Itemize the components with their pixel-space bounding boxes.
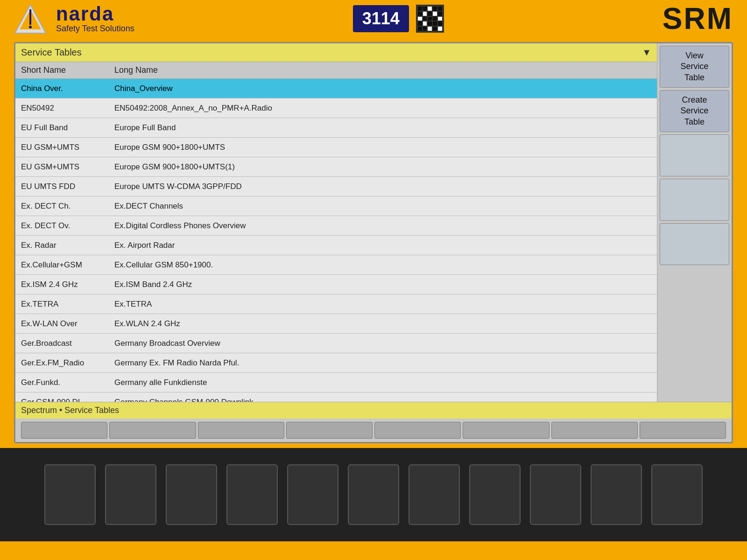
logo-area: narda Safety Test Solutions bbox=[14, 4, 134, 34]
cell-short-name: Ger.Ex.FM_Radio bbox=[21, 358, 114, 368]
cell-long-name: Germany alle Funkdienste bbox=[114, 378, 651, 387]
device-id-area: 3114 bbox=[353, 5, 444, 33]
footer-key-11[interactable] bbox=[651, 464, 703, 525]
cell-long-name: Europe UMTS W-CDMA 3GPP/FDD bbox=[114, 182, 651, 191]
cell-long-name: Germany Channels GSM-900 Downlink bbox=[114, 398, 651, 402]
cell-short-name: Ger.GSM-900 DL bbox=[21, 398, 114, 402]
table-header-bar: Service Tables ▼ bbox=[15, 43, 657, 62]
cell-long-name: Germany Ex. FM Radio Narda Pful. bbox=[114, 358, 651, 368]
logo-triangle-icon bbox=[14, 4, 47, 34]
empty-button-2 bbox=[660, 179, 729, 221]
button-panel: View Service Table Create Service Table bbox=[657, 43, 732, 402]
col-short-name: Short Name bbox=[21, 65, 114, 75]
footer-key-6[interactable] bbox=[348, 464, 399, 525]
cell-short-name: Ex.TETRA bbox=[21, 300, 114, 309]
table-row[interactable]: Ex. RadarEx. Airport Radar bbox=[15, 236, 657, 255]
cell-short-name: Ex. DECT Ch. bbox=[21, 202, 114, 211]
footer-key-2[interactable] bbox=[105, 464, 156, 525]
footer-key-5[interactable] bbox=[287, 464, 338, 525]
status-bar: Spectrum • Service Tables bbox=[15, 402, 732, 419]
cell-long-name: Ex. Airport Radar bbox=[114, 241, 651, 250]
cell-short-name: EU GSM+UMTS bbox=[21, 162, 114, 172]
table-row[interactable]: EU Full BandEurope Full Band bbox=[15, 118, 657, 138]
device-id: 3114 bbox=[353, 5, 409, 32]
cell-long-name: Ex.TETRA bbox=[114, 300, 651, 309]
cell-short-name: Ex.ISM 2.4 GHz bbox=[21, 280, 114, 289]
footer-key-3[interactable] bbox=[166, 464, 217, 525]
logo-text-area: narda Safety Test Solutions bbox=[56, 4, 134, 34]
cell-short-name: Ex.Cellular+GSM bbox=[21, 260, 114, 270]
fn-key-6[interactable] bbox=[463, 422, 549, 439]
cell-short-name: China Over. bbox=[21, 84, 114, 93]
qr-code-icon bbox=[416, 5, 444, 33]
table-body[interactable]: China Over.China_OverviewEN50492EN50492:… bbox=[15, 79, 657, 402]
table-row[interactable]: Ger.Funkd.Germany alle Funkdienste bbox=[15, 373, 657, 392]
cell-long-name: EN50492:2008_Annex_A_no_PMR+A.Radio bbox=[114, 104, 651, 113]
brand-subtitle: Safety Test Solutions bbox=[56, 24, 134, 34]
cell-short-name: Ex. Radar bbox=[21, 241, 114, 250]
table-row[interactable]: Ex. DECT Ch.Ex.DECT Channels bbox=[15, 196, 657, 216]
footer-key-1[interactable] bbox=[44, 464, 96, 525]
table-row[interactable]: EU UMTS FDDEurope UMTS W-CDMA 3GPP/FDD bbox=[15, 177, 657, 196]
create-service-table-button[interactable]: Create Service Table bbox=[660, 90, 729, 132]
cell-long-name: Ex.Cellular GSM 850+1900. bbox=[114, 260, 651, 270]
table-row[interactable]: China Over.China_Overview bbox=[15, 79, 657, 98]
header: narda Safety Test Solutions 3114 SRM bbox=[0, 0, 747, 37]
cell-long-name: Europe GSM 900+1800+UMTS(1) bbox=[114, 162, 651, 172]
col-long-name: Long Name bbox=[114, 65, 651, 75]
cell-long-name: China_Overview bbox=[114, 84, 651, 93]
table-section: Service Tables ▼ Short Name Long Name Ch… bbox=[15, 43, 657, 402]
table-row[interactable]: Ger.BroadcastGermany Broadcast Overview bbox=[15, 334, 657, 353]
table-row[interactable]: Ex. DECT Ov.Ex.Digital Cordless Phones O… bbox=[15, 216, 657, 236]
footer-key-9[interactable] bbox=[530, 464, 581, 525]
function-keys-bar bbox=[15, 419, 732, 442]
cell-long-name: Europe GSM 900+1800+UMTS bbox=[114, 143, 651, 152]
status-text: Spectrum • Service Tables bbox=[21, 406, 119, 415]
dropdown-arrow-icon[interactable]: ▼ bbox=[642, 47, 651, 58]
table-row[interactable]: EN50492EN50492:2008_Annex_A_no_PMR+A.Rad… bbox=[15, 98, 657, 118]
empty-button-1 bbox=[660, 134, 729, 176]
main-screen: Service Tables ▼ Short Name Long Name Ch… bbox=[14, 42, 733, 443]
cell-short-name: Ger.Funkd. bbox=[21, 378, 114, 387]
cell-short-name: Ex.W-LAN Over bbox=[21, 319, 114, 329]
table-row[interactable]: EU GSM+UMTSEurope GSM 900+1800+UMTS(1) bbox=[15, 157, 657, 177]
fn-key-8[interactable] bbox=[640, 422, 726, 439]
table-row[interactable]: Ger.Ex.FM_RadioGermany Ex. FM Radio Nard… bbox=[15, 353, 657, 373]
cell-short-name: EU Full Band bbox=[21, 123, 114, 133]
table-row[interactable]: Ger.GSM-900 DLGermany Channels GSM-900 D… bbox=[15, 392, 657, 402]
fn-key-7[interactable] bbox=[551, 422, 638, 439]
fn-key-3[interactable] bbox=[198, 422, 284, 439]
cell-long-name: Europe Full Band bbox=[114, 123, 651, 133]
brand-name: narda bbox=[56, 4, 134, 24]
table-row[interactable]: EU GSM+UMTSEurope GSM 900+1800+UMTS bbox=[15, 138, 657, 157]
view-service-table-button[interactable]: View Service Table bbox=[660, 46, 729, 88]
column-headers: Short Name Long Name bbox=[15, 62, 657, 79]
cell-long-name: Ex.DECT Channels bbox=[114, 202, 651, 211]
footer-key-8[interactable] bbox=[469, 464, 521, 525]
table-title: Service Tables bbox=[21, 47, 82, 58]
table-row[interactable]: Ex.ISM 2.4 GHzEx.ISM Band 2.4 GHz bbox=[15, 275, 657, 294]
cell-short-name: EN50492 bbox=[21, 104, 114, 113]
cell-short-name: Ex. DECT Ov. bbox=[21, 221, 114, 231]
model-label: SRM bbox=[662, 1, 733, 36]
footer-keyboard bbox=[0, 448, 747, 541]
cell-short-name: Ger.Broadcast bbox=[21, 339, 114, 348]
cell-long-name: Ex.ISM Band 2.4 GHz bbox=[114, 280, 651, 289]
table-row[interactable]: Ex.TETRAEx.TETRA bbox=[15, 294, 657, 314]
fn-key-1[interactable] bbox=[21, 422, 107, 439]
footer-key-7[interactable] bbox=[409, 464, 460, 525]
table-row[interactable]: Ex.Cellular+GSMEx.Cellular GSM 850+1900. bbox=[15, 255, 657, 275]
cell-short-name: EU UMTS FDD bbox=[21, 182, 114, 191]
footer-key-4[interactable] bbox=[226, 464, 278, 525]
empty-button-3 bbox=[660, 223, 729, 265]
footer-key-10[interactable] bbox=[591, 464, 642, 525]
table-wrapper: Service Tables ▼ Short Name Long Name Ch… bbox=[15, 43, 732, 402]
fn-key-5[interactable] bbox=[374, 422, 461, 439]
cell-long-name: Ex.WLAN 2.4 GHz bbox=[114, 319, 651, 329]
fn-key-4[interactable] bbox=[286, 422, 373, 439]
fn-key-2[interactable] bbox=[109, 422, 196, 439]
cell-long-name: Germany Broadcast Overview bbox=[114, 339, 651, 348]
table-row[interactable]: Ex.W-LAN OverEx.WLAN 2.4 GHz bbox=[15, 314, 657, 334]
cell-short-name: EU GSM+UMTS bbox=[21, 143, 114, 152]
cell-long-name: Ex.Digital Cordless Phones Overview bbox=[114, 221, 651, 231]
